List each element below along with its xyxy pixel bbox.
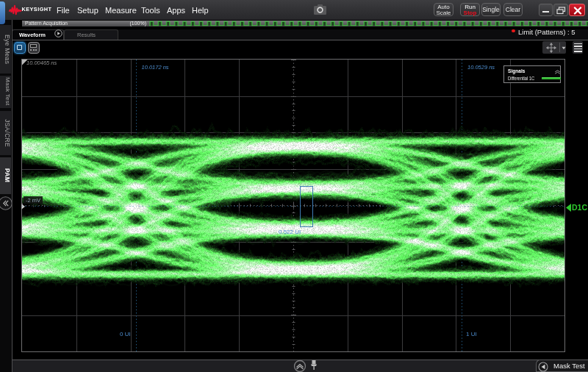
- svg-text:D1C: D1C: [572, 203, 587, 212]
